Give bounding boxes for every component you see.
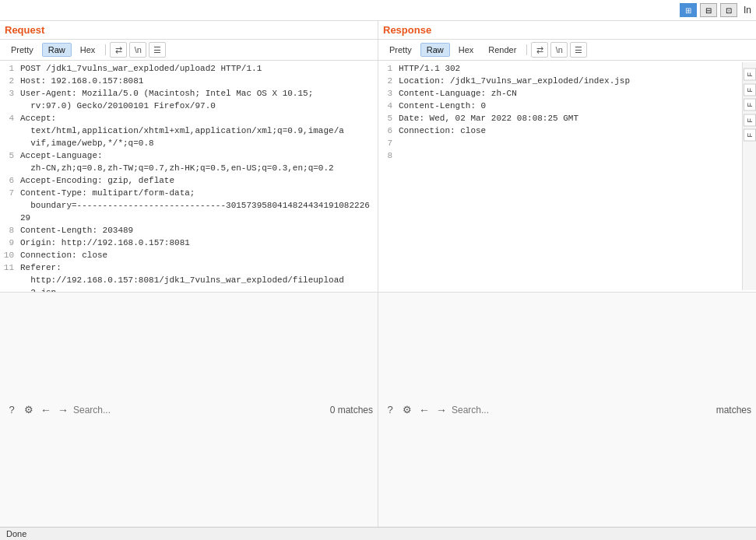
status-text: Done <box>6 529 26 538</box>
response-line-7: 7 <box>378 137 742 149</box>
response-pretty-btn[interactable]: Pretty <box>383 43 418 57</box>
request-line-3: 3 User-Agent: Mozilla/5.0 (Macintosh; In… <box>0 87 378 112</box>
request-line-5: 5 Accept-Language: zh-CN,zh;q=0.8,zh-TW;… <box>0 149 378 174</box>
layout-rows-btn[interactable]: ⊟ <box>700 3 717 17</box>
response-search-bar: ? ⚙ ← → matches <box>378 292 756 527</box>
panels: Request Pretty Raw Hex ⇄ \n ☰ 1 POST /jd… <box>0 21 756 527</box>
request-newline-btn[interactable]: \n <box>129 42 146 58</box>
response-hex-btn[interactable]: Hex <box>452 43 480 57</box>
request-line-2: 2 Host: 192.168.0.157:8081 <box>0 75 378 87</box>
request-help-btn[interactable]: ? <box>5 403 19 417</box>
response-panel: Response Pretty Raw Hex Render ⇄ \n ☰ 1 … <box>378 21 756 527</box>
request-settings-btn[interactable]: ⚙ <box>22 403 36 417</box>
response-line-8: 8 <box>378 149 742 162</box>
response-help-btn[interactable]: ? <box>383 403 397 417</box>
toolbar-separator-1 <box>105 44 106 55</box>
request-search-input[interactable] <box>73 405 327 416</box>
request-line-6: 6 Accept-Encoding: gzip, deflate <box>0 174 378 187</box>
response-line-2: 2 Location: /jdk1_7vulns_war_exploded/in… <box>378 75 742 87</box>
request-panel: Request Pretty Raw Hex ⇄ \n ☰ 1 POST /jd… <box>0 21 378 527</box>
toolbar-separator-2 <box>526 44 527 55</box>
response-side-panel: F F F F F <box>742 62 756 290</box>
request-menu-btn[interactable]: ☰ <box>149 42 166 58</box>
layout-cols-btn[interactable]: ⊡ <box>720 3 737 17</box>
request-line-7: 7 Content-Type: multipart/form-data; bou… <box>0 187 378 224</box>
request-toolbar: Pretty Raw Hex ⇄ \n ☰ <box>0 40 378 61</box>
response-settings-btn[interactable]: ⚙ <box>400 403 414 417</box>
request-pretty-btn[interactable]: Pretty <box>5 43 40 57</box>
request-prev-btn[interactable]: ← <box>39 404 53 416</box>
top-bar: ⊞ ⊟ ⊡ In <box>0 0 756 21</box>
request-wrap-btn[interactable]: ⇄ <box>110 42 127 58</box>
status-bar: Done <box>0 527 756 540</box>
request-next-btn[interactable]: → <box>56 404 70 416</box>
request-content[interactable]: 1 POST /jdk1_7vulns_war_exploded/upload2… <box>0 61 378 292</box>
layout-grid-btn[interactable]: ⊞ <box>680 3 697 17</box>
response-line-6: 6 Connection: close <box>378 124 742 137</box>
request-line-10: 10 Connection: close <box>0 249 378 261</box>
response-raw-btn[interactable]: Raw <box>420 43 450 57</box>
response-side-f5[interactable]: F <box>744 129 756 142</box>
response-menu-btn[interactable]: ☰ <box>570 42 587 58</box>
request-line-1: 1 POST /jdk1_7vulns_war_exploded/upload2… <box>0 62 378 75</box>
request-hex-btn[interactable]: Hex <box>74 43 102 57</box>
request-header: Request <box>0 21 378 40</box>
response-line-1: 1 HTTP/1.1 302 <box>378 62 742 75</box>
request-line-8: 8 Content-Length: 203489 <box>0 224 378 237</box>
response-next-btn[interactable]: → <box>434 404 448 416</box>
response-newline-btn[interactable]: \n <box>550 42 568 58</box>
response-side-f3[interactable]: F <box>744 99 756 111</box>
extra-label: In <box>744 5 751 16</box>
response-title: Response <box>383 24 431 36</box>
response-side-f4[interactable]: F <box>744 114 756 127</box>
response-render-btn[interactable]: Render <box>482 43 522 57</box>
response-side-f1[interactable]: F <box>744 68 756 81</box>
request-matches-label: 0 matches <box>330 405 373 416</box>
request-raw-btn[interactable]: Raw <box>42 43 72 57</box>
response-search-input[interactable] <box>452 405 713 416</box>
request-line-9: 9 Origin: http://192.168.0.157:8081 <box>0 237 378 249</box>
response-wrap-btn[interactable]: ⇄ <box>531 42 548 58</box>
response-line-3: 3 Content-Language: zh-CN <box>378 87 742 100</box>
response-toolbar: Pretty Raw Hex Render ⇄ \n ☰ <box>378 40 756 61</box>
request-line-11: 11 Referer: http://192.168.0.157:8081/jd… <box>0 261 378 292</box>
response-header: Response <box>378 21 756 40</box>
request-search-bar: ? ⚙ ← → 0 matches <box>0 292 378 527</box>
response-content[interactable]: 1 HTTP/1.1 302 2 Location: /jdk1_7vulns_… <box>378 61 756 292</box>
response-matches-label: matches <box>716 405 751 416</box>
request-line-4: 4 Accept: text/html,application/xhtml+xm… <box>0 112 378 149</box>
response-line-5: 5 Date: Wed, 02 Mar 2022 08:08:25 GMT <box>378 112 742 124</box>
response-prev-btn[interactable]: ← <box>417 404 431 416</box>
response-line-4: 4 Content-Length: 0 <box>378 100 742 112</box>
response-side-f2[interactable]: F <box>744 84 756 96</box>
request-title: Request <box>5 24 44 36</box>
